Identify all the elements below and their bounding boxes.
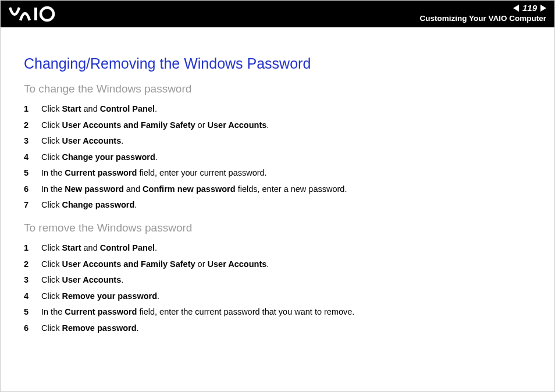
step-item: In the Current password field, enter the… xyxy=(24,304,537,320)
page-number: 119 xyxy=(521,3,538,13)
page-nav-box: 119 Customizing Your VAIO Computer xyxy=(419,3,546,23)
svg-rect-0 xyxy=(34,8,37,20)
page-content: Changing/Removing the Windows Password T… xyxy=(1,27,554,336)
next-page-arrow-icon[interactable] xyxy=(540,5,546,12)
step-item: Click User Accounts and Family Safety or… xyxy=(24,256,537,273)
page-title: Changing/Removing the Windows Password xyxy=(24,55,537,72)
step-item: Click Start and Control Panel. xyxy=(24,101,537,117)
step-item: Click User Accounts and Family Safety or… xyxy=(24,117,537,134)
step-item: Click Change your password. xyxy=(24,149,537,166)
step-item: Click Remove your password. xyxy=(24,288,537,305)
subheading: To change the Windows password xyxy=(24,83,537,95)
step-item: In the New password and Confirm new pass… xyxy=(24,181,537,198)
subheading: To remove the Windows password xyxy=(24,222,537,234)
step-item: Click User Accounts. xyxy=(24,272,537,288)
step-item: In the Current password field, enter you… xyxy=(24,165,537,181)
step-item: Click Change password. xyxy=(24,197,537,213)
svg-point-1 xyxy=(41,8,54,20)
steps-list-remove: Click Start and Control Panel.Click User… xyxy=(24,240,537,336)
prev-page-arrow-icon[interactable] xyxy=(513,5,519,12)
step-item: Click User Accounts. xyxy=(24,133,537,149)
step-item: Click Start and Control Panel. xyxy=(24,240,537,256)
page-header: 119 Customizing Your VAIO Computer xyxy=(1,1,554,27)
step-item: Click Remove password. xyxy=(24,320,537,337)
steps-list-change: Click Start and Control Panel.Click User… xyxy=(24,101,537,213)
vaio-logo xyxy=(9,5,73,23)
section-label: Customizing Your VAIO Computer xyxy=(419,14,546,23)
